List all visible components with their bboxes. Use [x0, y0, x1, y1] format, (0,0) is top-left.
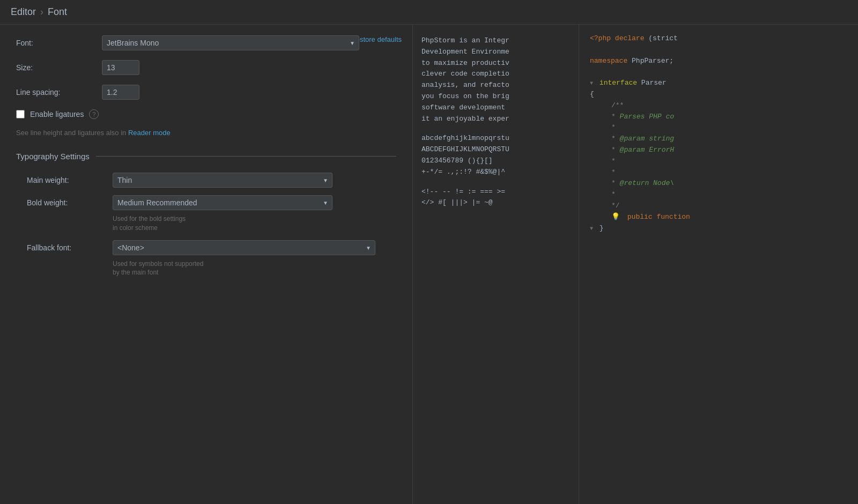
preview-line-14: </> #[ |||> |= ~@	[421, 197, 570, 209]
font-row: Font: JetBrains Mono Consolas Courier Ne…	[16, 35, 396, 50]
typography-section-header: Typography Settings	[16, 152, 396, 161]
collapse-icon-brace: ▼	[590, 226, 593, 232]
preview-line-3: to maximize productiv	[421, 58, 570, 69]
code-close-brace: }	[600, 224, 604, 232]
info-text: See line height and ligatures also in Re…	[16, 129, 396, 137]
code-line-14: * @return Node\	[590, 178, 847, 189]
code-line-6: {	[590, 89, 847, 100]
code-comment-asterisk-7: *	[611, 179, 620, 187]
fallback-font-select[interactable]: <None> Consolas Courier New	[113, 240, 375, 255]
code-param-type-1: string	[649, 135, 674, 143]
main-weight-control: Thin ExtraLight Light Regular Medium Sem…	[113, 173, 332, 188]
code-line-17: 💡 public function	[590, 212, 847, 223]
code-line-10: * @param string	[590, 134, 847, 145]
preview-line-1: PhpStorm is an Integr	[421, 35, 570, 47]
code-line-8: * Parses PHP co	[590, 112, 847, 123]
line-spacing-row: Line spacing:	[16, 85, 396, 100]
bold-weight-select[interactable]: Thin ExtraLight Light Regular Medium Rec…	[113, 195, 332, 210]
size-label: Size:	[16, 63, 102, 72]
code-php-tag: <?php	[590, 34, 611, 42]
preview-line-2: Development Environme	[421, 47, 570, 58]
help-icon: ?	[89, 109, 99, 119]
code-param-tag-1: @param	[620, 135, 645, 143]
preview-line-4: clever code completio	[421, 69, 570, 80]
line-spacing-input[interactable]	[102, 85, 139, 100]
code-line-blank-1	[590, 45, 847, 56]
code-return-tag: @return	[620, 179, 649, 187]
breadcrumb-separator: ›	[40, 6, 43, 18]
font-select[interactable]: JetBrains Mono Consolas Courier New Fira…	[102, 35, 359, 50]
main-content: Restore defaults Font: JetBrains Mono Co…	[0, 25, 858, 504]
code-comment-end: */	[611, 202, 620, 210]
code-line-3: namespace PhpParser;	[590, 56, 847, 67]
code-line-16: */	[590, 201, 847, 212]
collapse-icon-interface: ▼	[590, 80, 593, 86]
code-interface-name: Parser	[641, 79, 667, 87]
preview-line-9: abcdefghijklmnopqrstu	[421, 133, 570, 144]
line-spacing-label: Line spacing:	[16, 88, 102, 97]
code-line-blank-2	[590, 66, 847, 78]
fallback-font-control: <None> Consolas Courier New Used for sym…	[113, 240, 375, 278]
breadcrumb-current: Font	[48, 6, 67, 18]
main-weight-select[interactable]: Thin ExtraLight Light Regular Medium Sem…	[113, 173, 332, 188]
preview-line-12: +-*/= .,;:!? #&$%@|^	[421, 167, 570, 178]
code-line-5: ▼ interface Parser	[590, 78, 847, 89]
breadcrumb-root: Editor	[11, 6, 36, 18]
preview-line-5: analysis, and refacto	[421, 80, 570, 91]
fallback-font-row: Fallback font: <None> Consolas Courier N…	[27, 240, 396, 278]
preview-line-13: <!-- -- != := === >=	[421, 187, 570, 198]
fallback-font-hint: Used for symbols not supported by the ma…	[113, 260, 375, 278]
code-line-11: * @param ErrorH	[590, 145, 847, 156]
code-interface-kw: interface	[600, 79, 637, 87]
fallback-font-hint-line1: Used for symbols not supported	[113, 260, 203, 268]
preview-line-8: it an enjoyable exper	[421, 114, 570, 125]
size-row: Size:	[16, 60, 396, 75]
info-prefix: See line height and ligatures also in	[16, 129, 126, 137]
settings-panel: Restore defaults Font: JetBrains Mono Co…	[0, 25, 413, 504]
code-public-kw: public	[627, 213, 653, 221]
code-comment-text-1: Parses PHP co	[620, 113, 674, 121]
code-line-13: *	[590, 167, 847, 179]
code-declare-kw: declare	[615, 34, 645, 42]
reader-mode-link[interactable]: Reader mode	[128, 129, 171, 137]
size-input[interactable]	[102, 60, 139, 75]
fallback-font-label: Fallback font:	[27, 240, 113, 252]
code-line-18: ▼ }	[590, 223, 847, 234]
header-breadcrumb: Editor › Font	[0, 0, 858, 25]
code-line-7: /**	[590, 100, 847, 112]
section-divider	[96, 156, 396, 157]
preview-paragraph: PhpStorm is an Integr Development Enviro…	[421, 35, 570, 124]
preview-line-7: software development	[421, 102, 570, 114]
bold-weight-label: Bold weight:	[27, 195, 113, 207]
main-weight-select-wrapper: Thin ExtraLight Light Regular Medium Sem…	[113, 173, 332, 188]
code-function-kw: function	[656, 213, 690, 221]
code-comment-asterisk-5: *	[611, 157, 616, 165]
preview-ligatures: <!-- -- != := === >= </> #[ |||> |= ~@	[421, 187, 570, 209]
code-namespace-val: PhpParser;	[632, 57, 674, 65]
main-weight-row: Main weight: Thin ExtraLight Light Regul…	[27, 173, 396, 188]
typography-form: Main weight: Thin ExtraLight Light Regul…	[16, 173, 396, 277]
font-label: Font:	[16, 39, 102, 47]
bold-weight-hint-line1: Used for the bold settings	[113, 215, 186, 223]
bold-weight-hint-line2: in color scheme	[113, 224, 158, 232]
bold-weight-select-wrapper: Thin ExtraLight Light Regular Medium Rec…	[113, 195, 332, 210]
code-return-type: Node\	[653, 179, 674, 187]
font-select-wrapper: JetBrains Mono Consolas Courier New Fira…	[102, 35, 359, 50]
code-param-tag-2: @param	[620, 146, 645, 154]
preview-chars: abcdefghijklmnopqrstu ABCDEFGHIJKLMNOPQR…	[421, 133, 570, 177]
code-comment-asterisk-1: *	[611, 113, 620, 121]
code-declare-args: (strict	[648, 34, 678, 42]
code-comment-asterisk-2: *	[611, 123, 616, 131]
preview-text: PhpStorm is an Integr Development Enviro…	[421, 35, 570, 209]
code-comment-asterisk-4: *	[611, 146, 620, 154]
main-weight-label: Main weight:	[27, 173, 113, 184]
code-line-9: *	[590, 122, 847, 134]
bold-weight-control: Thin ExtraLight Light Regular Medium Rec…	[113, 195, 332, 233]
code-comment-start: /**	[611, 101, 624, 109]
ligatures-checkbox[interactable]	[16, 110, 25, 118]
code-comment-asterisk-3: *	[611, 135, 620, 143]
bulb-icon: 💡	[611, 213, 620, 221]
fallback-font-select-wrapper: <None> Consolas Courier New	[113, 240, 375, 255]
preview-line-11: 0123456789 (){}[]	[421, 155, 570, 167]
bold-weight-row: Bold weight: Thin ExtraLight Light Regul…	[27, 195, 396, 233]
